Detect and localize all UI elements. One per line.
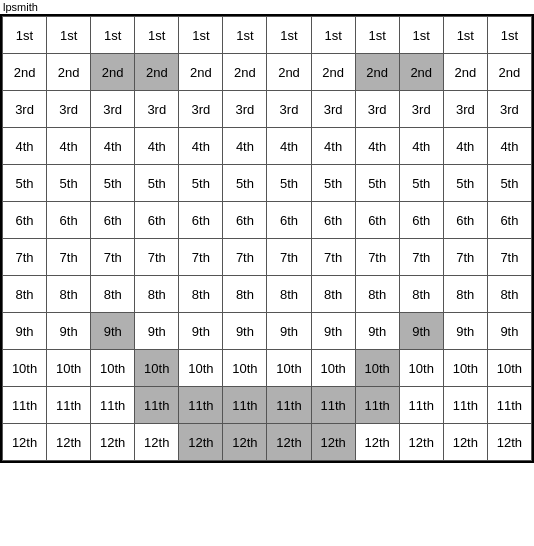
table-cell: 11th	[3, 387, 47, 424]
table-cell: 1st	[399, 17, 443, 54]
table-cell: 5th	[311, 165, 355, 202]
table-cell: 10th	[487, 350, 531, 387]
table-cell: 10th	[267, 350, 311, 387]
table-row: 1st1st1st1st1st1st1st1st1st1st1st1st	[3, 17, 532, 54]
table-cell: 8th	[91, 276, 135, 313]
table-cell: 8th	[355, 276, 399, 313]
table-cell: 10th	[223, 350, 267, 387]
table-cell: 10th	[91, 350, 135, 387]
table-cell: 3rd	[399, 91, 443, 128]
table-cell: 1st	[179, 17, 223, 54]
table-cell: 4th	[91, 128, 135, 165]
table-cell: 7th	[3, 239, 47, 276]
table-cell: 7th	[487, 239, 531, 276]
table-cell: 5th	[487, 165, 531, 202]
table-cell: 12th	[355, 424, 399, 461]
table-cell: 11th	[223, 387, 267, 424]
table-row: 10th10th10th10th10th10th10th10th10th10th…	[3, 350, 532, 387]
table-cell: 1st	[311, 17, 355, 54]
table-cell: 9th	[91, 313, 135, 350]
table-cell: 9th	[487, 313, 531, 350]
title-bar: lpsmith	[0, 0, 534, 14]
app-title: lpsmith	[3, 1, 38, 13]
table-cell: 7th	[47, 239, 91, 276]
table-cell: 2nd	[135, 54, 179, 91]
table-cell: 4th	[311, 128, 355, 165]
table-cell: 2nd	[311, 54, 355, 91]
table-cell: 9th	[135, 313, 179, 350]
table-cell: 7th	[179, 239, 223, 276]
table-cell: 7th	[267, 239, 311, 276]
table-cell: 4th	[135, 128, 179, 165]
table-cell: 5th	[179, 165, 223, 202]
table-cell: 6th	[311, 202, 355, 239]
table-cell: 11th	[135, 387, 179, 424]
table-cell: 1st	[3, 17, 47, 54]
table-cell: 3rd	[311, 91, 355, 128]
table-cell: 8th	[443, 276, 487, 313]
table-cell: 3rd	[443, 91, 487, 128]
table-cell: 3rd	[179, 91, 223, 128]
table-cell: 2nd	[223, 54, 267, 91]
table-cell: 8th	[223, 276, 267, 313]
table-cell: 10th	[3, 350, 47, 387]
table-cell: 4th	[47, 128, 91, 165]
table-cell: 5th	[135, 165, 179, 202]
table-cell: 12th	[47, 424, 91, 461]
table-cell: 11th	[267, 387, 311, 424]
grid-container: 1st1st1st1st1st1st1st1st1st1st1st1st2nd2…	[0, 14, 534, 463]
table-cell: 12th	[135, 424, 179, 461]
table-row: 12th12th12th12th12th12th12th12th12th12th…	[3, 424, 532, 461]
table-row: 3rd3rd3rd3rd3rd3rd3rd3rd3rd3rd3rd3rd	[3, 91, 532, 128]
table-cell: 9th	[267, 313, 311, 350]
table-cell: 9th	[399, 313, 443, 350]
table-cell: 4th	[223, 128, 267, 165]
table-cell: 12th	[311, 424, 355, 461]
table-row: 7th7th7th7th7th7th7th7th7th7th7th7th	[3, 239, 532, 276]
table-cell: 3rd	[267, 91, 311, 128]
table-cell: 12th	[223, 424, 267, 461]
table-cell: 4th	[443, 128, 487, 165]
table-cell: 11th	[355, 387, 399, 424]
table-cell: 1st	[267, 17, 311, 54]
table-cell: 4th	[487, 128, 531, 165]
table-row: 6th6th6th6th6th6th6th6th6th6th6th6th	[3, 202, 532, 239]
table-row: 4th4th4th4th4th4th4th4th4th4th4th4th	[3, 128, 532, 165]
table-cell: 2nd	[179, 54, 223, 91]
table-cell: 8th	[135, 276, 179, 313]
table-cell: 4th	[179, 128, 223, 165]
table-cell: 1st	[487, 17, 531, 54]
table-cell: 7th	[399, 239, 443, 276]
table-cell: 9th	[179, 313, 223, 350]
table-cell: 6th	[47, 202, 91, 239]
table-cell: 4th	[399, 128, 443, 165]
table-cell: 12th	[3, 424, 47, 461]
table-cell: 1st	[91, 17, 135, 54]
table-cell: 5th	[443, 165, 487, 202]
table-cell: 5th	[355, 165, 399, 202]
table-cell: 3rd	[223, 91, 267, 128]
table-cell: 7th	[223, 239, 267, 276]
table-cell: 9th	[311, 313, 355, 350]
table-cell: 9th	[223, 313, 267, 350]
table-cell: 10th	[179, 350, 223, 387]
table-cell: 6th	[135, 202, 179, 239]
table-cell: 5th	[91, 165, 135, 202]
table-cell: 5th	[3, 165, 47, 202]
table-cell: 12th	[267, 424, 311, 461]
table-cell: 6th	[487, 202, 531, 239]
table-cell: 3rd	[47, 91, 91, 128]
table-cell: 6th	[443, 202, 487, 239]
table-cell: 6th	[179, 202, 223, 239]
table-cell: 12th	[179, 424, 223, 461]
table-cell: 7th	[355, 239, 399, 276]
table-cell: 8th	[267, 276, 311, 313]
table-row: 8th8th8th8th8th8th8th8th8th8th8th8th	[3, 276, 532, 313]
table-cell: 7th	[135, 239, 179, 276]
table-cell: 5th	[267, 165, 311, 202]
table-cell: 7th	[91, 239, 135, 276]
table-cell: 12th	[487, 424, 531, 461]
table-cell: 11th	[487, 387, 531, 424]
table-cell: 11th	[179, 387, 223, 424]
table-cell: 3rd	[3, 91, 47, 128]
